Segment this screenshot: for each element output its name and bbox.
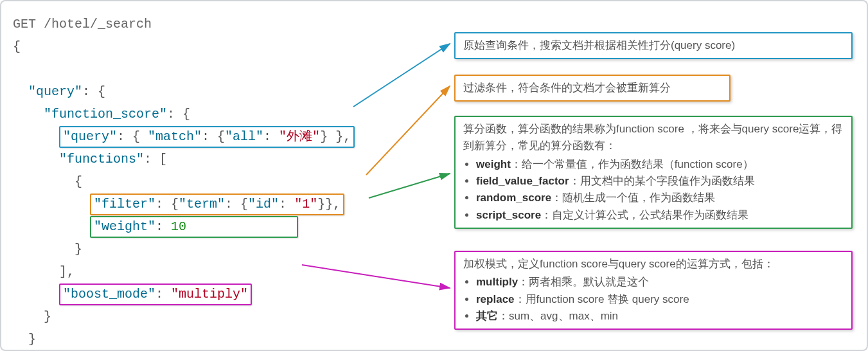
filter-box: "filter": {"term": {"id": "1"}}, bbox=[90, 194, 344, 215]
callout-func-item-weight: weight：给一个常量值，作为函数结果（function score） bbox=[476, 156, 844, 173]
functions-key: "functions" bbox=[59, 152, 144, 166]
brace-open: { bbox=[13, 39, 21, 54]
callout-functions: 算分函数，算分函数的结果称为function score ，将来会与query … bbox=[454, 116, 853, 229]
callout-filter: 过滤条件，符合条件的文档才会被重新算分 bbox=[454, 75, 731, 102]
function-score-key: "function_score" bbox=[44, 107, 167, 122]
callout-boost-item-multiply: multiply：两者相乘。默认就是这个 bbox=[476, 274, 844, 291]
boost-mode-box: "boost_mode": "multiply" bbox=[59, 284, 252, 305]
arrow-green bbox=[369, 174, 450, 198]
callout-boost-list: multiply：两者相乘。默认就是这个 replace：用function s… bbox=[463, 274, 844, 325]
callout-func-item-script: script_score：自定义计算公式，公式结果作为函数结果 bbox=[476, 207, 844, 224]
query-key: "query" bbox=[28, 84, 82, 99]
callout-query-text: 原始查询条件，搜索文档并根据相关性打分(query score) bbox=[463, 39, 735, 51]
arrow-blue bbox=[353, 44, 450, 107]
arrow-orange bbox=[366, 86, 450, 175]
callout-boost-item-other: 其它：sum、avg、max、min bbox=[476, 308, 844, 325]
callout-func-item-fvf: field_value_factor：用文档中的某个字段值作为函数结果 bbox=[476, 173, 844, 190]
callout-boost-item-replace: replace：用function score 替换 query score bbox=[476, 291, 844, 308]
callout-boost-intro: 加权模式，定义function score与query score的运算方式，包… bbox=[463, 256, 844, 273]
code-line-1: GET /hotel/_search bbox=[13, 17, 152, 32]
callout-functions-list: weight：给一个常量值，作为函数结果（function score） fie… bbox=[463, 156, 844, 224]
code-block: GET /hotel/_search { "query": { "functio… bbox=[13, 13, 355, 351]
callout-boost-mode: 加权模式，定义function score与query score的运算方式，包… bbox=[454, 251, 853, 330]
inner-query-box: "query": { "match": {"all": "外滩"} }, bbox=[59, 126, 355, 148]
diagram-container: GET /hotel/_search { "query": { "functio… bbox=[0, 0, 868, 351]
callout-filter-text: 过滤条件，符合条件的文档才会被重新算分 bbox=[463, 82, 671, 94]
callout-query: 原始查询条件，搜索文档并根据相关性打分(query score) bbox=[454, 32, 853, 59]
weight-box: "weight": 10 bbox=[90, 216, 298, 238]
callout-functions-intro: 算分函数，算分函数的结果称为function score ，将来会与query … bbox=[463, 121, 844, 155]
callout-func-item-random: random_score：随机生成一个值，作为函数结果 bbox=[476, 190, 844, 206]
